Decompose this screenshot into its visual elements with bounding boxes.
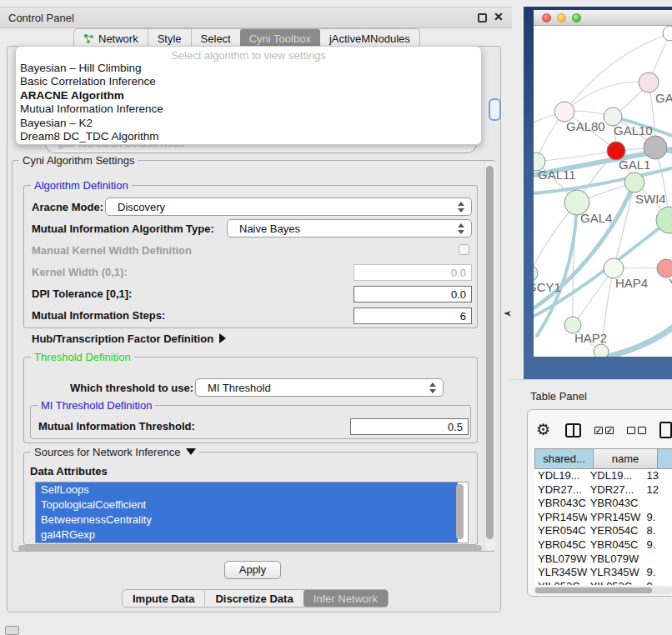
mi-algorithm-type-combo[interactable]: Naive Bayes — [227, 219, 472, 238]
node-label: GAL80 — [566, 119, 605, 133]
data-attributes-list[interactable]: SelfLoopsTopologicalCoefficientBetweenne… — [35, 482, 469, 543]
float-panel-icon[interactable] — [478, 13, 487, 22]
table-row[interactable]: YBR045CYBR045C9. — [534, 538, 672, 552]
close-window-button[interactable] — [542, 13, 551, 22]
table-cell: 9. — [644, 538, 672, 552]
network-canvas[interactable]: GALGAL80GAL10GAL1GAL11SWI4GAL4GCY1HAP4YH… — [534, 26, 672, 357]
network-node-gal[interactable] — [639, 72, 659, 92]
column-header[interactable]: shared... — [534, 448, 594, 469]
tab-label: jActiveMNodules — [329, 32, 410, 45]
kernel-width-field[interactable]: 0.0 — [354, 264, 472, 281]
network-node-swi4[interactable] — [624, 172, 644, 192]
bottom-tabs: Impute DataDiscretize DataInfer Network — [122, 589, 389, 608]
control-panel-titlebar: Control Panel ✕ — [0, 7, 512, 28]
deselect-all-icon[interactable] — [627, 427, 646, 434]
network-window-titlebar[interactable] — [534, 10, 672, 26]
table-cell: YDR27... — [587, 483, 644, 498]
sources-title-text: Sources for Network Inference — [34, 446, 181, 458]
table-cell: YER054C — [534, 524, 587, 538]
aracne-mode-label: Aracne Mode: — [32, 201, 103, 213]
bottom-tab-discretize-data[interactable]: Discretize Data — [204, 590, 303, 607]
table-cell: YBR045C — [587, 538, 644, 552]
table-panel-title: Table Panel — [530, 390, 587, 402]
close-panel-icon[interactable]: ✕ — [494, 10, 504, 23]
algorithm-option[interactable]: Bayesian – K2 — [16, 117, 481, 130]
settings-hscrollbar-thumb[interactable] — [18, 545, 482, 552]
mi-threshold-field[interactable]: 0.5 — [350, 418, 469, 435]
table-row[interactable]: YIL052CYIL052C9 — [534, 580, 672, 585]
algorithm-option[interactable]: Bayesian – Hill Climbing — [16, 62, 481, 75]
column-header[interactable] — [658, 448, 672, 469]
bottom-tab-infer-network[interactable]: Infer Network — [303, 590, 388, 607]
gear-icon[interactable]: ⚙ — [536, 422, 550, 438]
attribute-item-selected[interactable]: TopologicalCoefficient — [36, 498, 458, 512]
attribute-item-selected[interactable]: gal4RGexp — [36, 528, 458, 542]
minimize-window-button[interactable] — [557, 13, 566, 22]
threshold-definition-title: Threshold Definition — [31, 351, 134, 363]
tab-style[interactable]: Style — [148, 29, 191, 48]
table-hscrollbar-track[interactable] — [534, 587, 672, 594]
algorithm-select-popup: Select algorithm to view settings Bayesi… — [15, 46, 482, 145]
table-cell: YDL19... — [534, 469, 587, 483]
table-cell: 8. — [644, 524, 672, 538]
tab-jactivemnodules[interactable]: jActiveMNodules — [320, 29, 419, 48]
focused-combo-edge — [489, 98, 501, 121]
table-row[interactable]: YLR345WYLR345W9. — [534, 566, 672, 580]
table-row[interactable]: YER054CYER054C8. — [534, 524, 672, 538]
kernel-width-label: Kernel Width (0,1): — [32, 266, 128, 278]
docked-panel-icon[interactable] — [5, 626, 19, 635]
mi-steps-label: Mutual Information Steps: — [32, 309, 165, 322]
tab-label: Style — [158, 32, 182, 45]
algorithm-option[interactable]: Basic Correlation Inference — [16, 75, 481, 88]
network-view-window[interactable]: GALGAL80GAL10GAL1GAL11SWI4GAL4GCY1HAP4YH… — [524, 7, 672, 382]
network-icon — [83, 33, 94, 44]
table-row[interactable]: YPR145WYPR145W9. — [534, 511, 672, 525]
split-columns-icon[interactable] — [565, 423, 581, 438]
tab-select[interactable]: Select — [191, 29, 240, 48]
dpi-tolerance-field[interactable]: 0.0 — [354, 286, 472, 302]
network-node[interactable] — [594, 344, 609, 357]
manual-kernel-checkbox[interactable] — [459, 244, 469, 255]
table-cell: 9 — [644, 580, 672, 585]
network-node-gcy1[interactable] — [534, 265, 538, 282]
table-toolbar: ⚙ ✓✓ — [536, 420, 672, 440]
attributes-vscrollbar-thumb[interactable] — [456, 484, 464, 539]
table-hscrollbar-thumb[interactable] — [535, 588, 652, 593]
table-header-row: shared...name — [534, 448, 672, 469]
collapse-down-icon — [186, 448, 196, 455]
hub-definition-toggle[interactable]: Hub/Transcription Factor Definition — [32, 332, 226, 345]
bottom-tab-impute-data[interactable]: Impute Data — [123, 590, 204, 607]
network-node[interactable] — [644, 136, 667, 159]
mi-algorithm-type-label: Mutual Information Algorithm Type: — [32, 222, 214, 235]
attribute-item-selected[interactable]: BetweennessCentrality — [36, 512, 458, 528]
algorithm-option[interactable]: Dream8 DC_TDC Algorithm — [16, 130, 481, 143]
export-table-icon[interactable] — [659, 422, 672, 438]
apply-button[interactable]: Apply — [224, 561, 281, 579]
combo-spinner-icon — [458, 223, 465, 234]
attribute-item-selected[interactable]: SelfLoops — [36, 482, 458, 498]
tab-label: Cyni Toolbox — [249, 32, 311, 45]
dpi-tolerance-label: DPI Tolerance [0,1]: — [32, 288, 132, 300]
tab-network[interactable]: Network — [74, 29, 148, 48]
column-header[interactable]: name — [594, 448, 658, 469]
mi-algorithm-type-value: Naive Bayes — [239, 222, 300, 235]
algorithm-option[interactable]: ARACNE Algorithm — [16, 89, 481, 102]
table-cell: YBL079W — [587, 552, 644, 567]
tab-cyni-toolbox[interactable]: Cyni Toolbox — [240, 29, 320, 48]
mi-steps-field[interactable]: 6 — [354, 308, 472, 324]
aracne-mode-combo[interactable]: Discovery — [105, 198, 472, 216]
table-row[interactable]: YDL19...YDL19...13 — [534, 469, 672, 483]
manual-kernel-label: Manual Kernel Width Definition — [32, 244, 192, 257]
table-row[interactable]: YBL079WYBL079W — [534, 552, 672, 567]
select-all-icon[interactable]: ✓✓ — [594, 427, 614, 434]
which-threshold-combo[interactable]: MI Threshold — [195, 378, 444, 397]
network-node[interactable] — [663, 26, 672, 41]
settings-vscrollbar-thumb[interactable] — [486, 166, 494, 539]
network-node-y[interactable] — [657, 259, 672, 278]
node-label: GAL1 — [619, 158, 650, 172]
table-row[interactable]: YDR27...YDR27...12 — [534, 483, 672, 498]
table-row[interactable]: YBR043CYBR043C — [534, 497, 672, 511]
zoom-window-button[interactable] — [572, 13, 581, 22]
node-label: GCY1 — [534, 280, 561, 294]
algorithm-option[interactable]: Mutual Information Inference — [16, 102, 481, 116]
